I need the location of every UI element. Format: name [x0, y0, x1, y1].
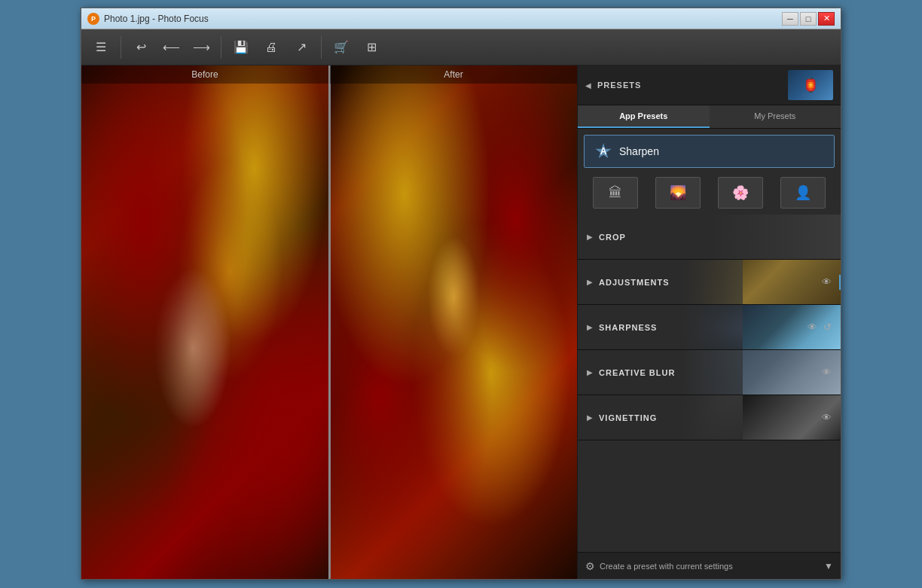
section-adjustments[interactable]: ▶ ADJUSTMENTS 👁 ▶	[578, 260, 841, 305]
export-button[interactable]: ↗	[288, 34, 315, 61]
adjustments-eye-icon[interactable]: 👁	[822, 276, 832, 288]
section-creative-blur[interactable]: ▶ CREATIVE BLUR 👁	[578, 350, 841, 395]
crop-label: CROP	[599, 233, 832, 242]
create-preset-label: Create a preset with current settings	[600, 562, 733, 571]
sharpness-reset-icon[interactable]: ↺	[823, 321, 832, 333]
right-panel: ◀ PRESETS App Presets My Presets A Sharp…	[577, 66, 841, 579]
adjustments-label: ADJUSTMENTS	[599, 278, 816, 287]
sharpness-label: SHARPNESS	[599, 323, 801, 332]
preset-star-icon: A	[595, 143, 612, 160]
tab-my-presets[interactable]: My Presets	[710, 105, 841, 128]
redo-button[interactable]: ⟶	[188, 34, 215, 61]
bottom-arrow-icon[interactable]: ▼	[824, 561, 833, 571]
adjustments-chevron-icon: ▶	[587, 278, 593, 286]
after-image	[331, 66, 578, 579]
minimize-button[interactable]: ─	[782, 12, 798, 26]
shop-button[interactable]: 🛒	[328, 34, 355, 61]
presets-header: ◀ PRESETS	[578, 66, 841, 105]
titlebar-left: P Photo 1.jpg - Photo Focus	[87, 13, 209, 25]
main-content: Before After ◀ ▶ 👤 ⧉ ⊟	[81, 66, 841, 579]
close-button[interactable]: ✕	[818, 12, 835, 26]
preset-selected-item[interactable]: A Sharpen Suggests enhancements to the s…	[584, 135, 835, 168]
photo-splitter[interactable]	[328, 66, 331, 579]
before-after-bar: Before After	[81, 66, 577, 84]
photo-area: Before After ◀ ▶ 👤 ⧉ ⊟	[81, 66, 577, 579]
main-window: P Photo 1.jpg - Photo Focus ─ □ ✕ ☰ ↩ ⟵ …	[81, 8, 841, 580]
maximize-button[interactable]: □	[800, 12, 817, 26]
sections-list: ▶ CROP ▶ ADJUSTMENTS 👁 ▶	[578, 215, 841, 552]
adjustments-expand-indicator: ▶	[839, 275, 841, 290]
category-icons-row: 🏛 🌄 🌸 👤	[578, 174, 841, 215]
right-panel-bottom: ⚙ Create a preset with current settings …	[578, 552, 841, 579]
category-macro-button[interactable]: 🌸	[718, 177, 763, 209]
vignetting-chevron-icon: ▶	[587, 413, 593, 422]
photo-before	[81, 66, 328, 579]
section-creative-content: ▶ CREATIVE BLUR 👁	[578, 367, 841, 378]
create-preset-button[interactable]: ⚙ Create a preset with current settings	[585, 560, 818, 572]
section-sharpness-content: ▶ SHARPNESS 👁 ↺	[578, 321, 841, 333]
category-portrait-button[interactable]: 👤	[780, 177, 826, 209]
category-landscape-button[interactable]: 🌄	[655, 177, 701, 209]
tabs-bar: App Presets My Presets	[578, 105, 841, 129]
undo-button[interactable]: ↩	[127, 34, 154, 61]
before-image	[81, 66, 328, 579]
toolbar-separator-2	[221, 36, 221, 59]
undo2-button[interactable]: ⟵	[157, 34, 185, 61]
presets-collapse-icon[interactable]: ◀	[585, 81, 591, 90]
creative-eye-icon[interactable]: 👁	[822, 367, 832, 378]
crop-chevron-icon: ▶	[587, 233, 593, 241]
grid-button[interactable]: ⊞	[358, 34, 385, 61]
window-title: Photo 1.jpg - Photo Focus	[104, 14, 209, 24]
toolbar: ☰ ↩ ⟵ ⟶ 💾 🖨 ↗ 🛒 ⊞	[81, 29, 841, 66]
create-preset-icon: ⚙	[585, 560, 595, 572]
titlebar-controls: ─ □ ✕	[782, 12, 835, 26]
vignetting-label: VIGNETTING	[599, 413, 816, 422]
after-label: After	[330, 66, 577, 84]
category-all-button[interactable]: 🏛	[593, 177, 638, 209]
presets-title: PRESETS	[597, 81, 782, 90]
section-vignetting-content: ▶ VIGNETTING 👁	[578, 412, 841, 423]
toolbar-separator-1	[121, 36, 121, 59]
section-sharpness[interactable]: ▶ SHARPNESS 👁 ↺	[578, 305, 841, 350]
photo-after	[331, 66, 578, 579]
sharpness-eye-icon[interactable]: 👁	[808, 321, 817, 333]
tab-app-presets[interactable]: App Presets	[578, 105, 710, 128]
print-button[interactable]: 🖨	[258, 34, 285, 61]
preset-name: Sharpen	[619, 145, 659, 157]
section-crop[interactable]: ▶ CROP	[578, 215, 841, 260]
save-button[interactable]: 💾	[227, 34, 255, 61]
menu-button[interactable]: ☰	[87, 34, 114, 61]
section-vignetting[interactable]: ▶ VIGNETTING 👁	[578, 395, 841, 440]
section-crop-content: ▶ CROP	[578, 233, 841, 242]
section-adjustments-content: ▶ ADJUSTMENTS 👁	[578, 276, 841, 288]
toolbar-separator-3	[321, 36, 322, 59]
app-icon: P	[87, 13, 99, 25]
photo-canvas	[81, 66, 577, 579]
before-label: Before	[81, 66, 328, 84]
titlebar: P Photo 1.jpg - Photo Focus ─ □ ✕	[81, 8, 841, 29]
presets-thumbnail	[788, 70, 833, 100]
creative-label: CREATIVE BLUR	[599, 368, 816, 377]
creative-chevron-icon: ▶	[587, 368, 593, 376]
vignetting-eye-icon[interactable]: 👁	[822, 412, 832, 423]
sharpness-chevron-icon: ▶	[587, 323, 593, 331]
